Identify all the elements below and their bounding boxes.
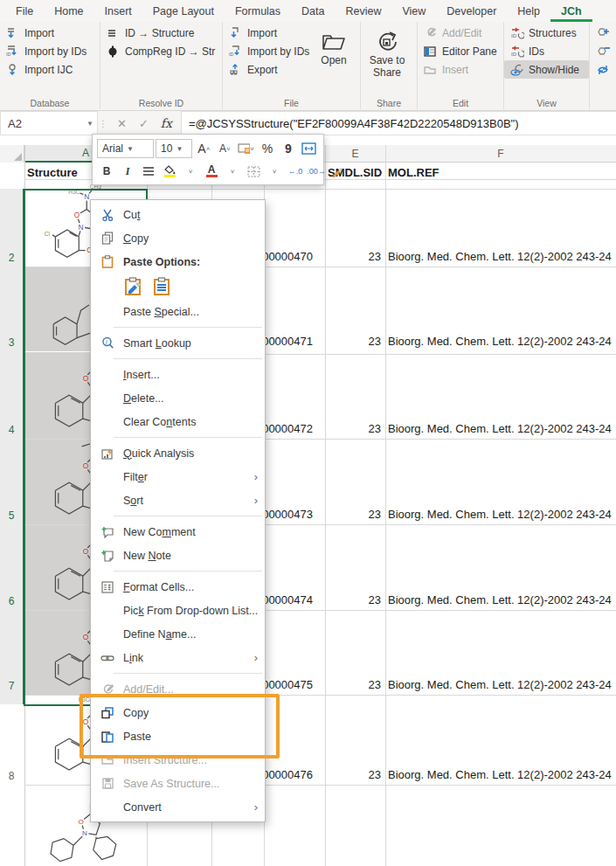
cell-d8[interactable]: -00000476	[264, 695, 325, 784]
menu-item-convert[interactable]: Convert›	[91, 795, 265, 819]
chevron-down-icon[interactable]: ˅	[265, 162, 284, 181]
chevron-down-icon[interactable]: ˅	[223, 162, 242, 181]
italic-button[interactable]: I	[118, 162, 137, 181]
cell-e9[interactable]	[325, 785, 385, 865]
merge-center-button[interactable]	[300, 139, 319, 158]
refresh-structures-button[interactable]	[590, 60, 616, 79]
menu-item-insert-structure[interactable]: Insert Structure...	[91, 748, 265, 772]
id-to-structure-button[interactable]: ID → Structure	[100, 24, 222, 42]
cell-f6[interactable]: Bioorg. Med. Chem. Lett. 12(2)-2002 243-…	[385, 524, 616, 609]
tab-data[interactable]: Data	[291, 2, 335, 22]
formula-bar-splitter[interactable]: ⋮	[98, 111, 108, 135]
cancel-button[interactable]: ✕	[117, 117, 127, 130]
editor-pane-button[interactable]: Editor Pane	[418, 42, 503, 60]
name-box[interactable]: A2 ▼	[0, 111, 98, 135]
row-header-8[interactable]: 8	[0, 695, 23, 785]
row-header-3[interactable]: 3	[0, 267, 23, 351]
tab-developer[interactable]: Developer	[436, 2, 507, 22]
column-header-e[interactable]: E	[325, 145, 385, 163]
cell-d2[interactable]: -00000470	[264, 179, 325, 266]
row-header-6[interactable]: 6	[0, 524, 23, 610]
menu-item-add-edit[interactable]: Add/Edit...	[91, 677, 265, 701]
tab-jchem[interactable]: JCh	[550, 2, 592, 22]
chevron-down-icon[interactable]: ˅	[181, 162, 200, 181]
open-button[interactable]: Open	[310, 24, 357, 79]
cell-e6[interactable]: 23	[325, 524, 385, 609]
font-name-select[interactable]: Arial▼	[97, 139, 154, 158]
column-header-f[interactable]: F	[385, 145, 616, 163]
paste-values-icon[interactable]	[151, 276, 172, 297]
add-structure-button[interactable]	[590, 24, 616, 42]
borders-button[interactable]	[244, 162, 263, 181]
font-color-button[interactable]: A	[202, 162, 221, 181]
cell-d5[interactable]: -00000473	[264, 439, 325, 523]
menu-item-paste-special[interactable]: Paste Special...	[91, 300, 265, 323]
grow-font-button[interactable]: A˄	[194, 139, 213, 158]
add-edit-button[interactable]: Add/Edit	[418, 24, 503, 42]
cell-f7[interactable]: Bioorg. Med. Chem. Lett. 12(2)-2002 243-…	[385, 610, 616, 694]
select-all-corner[interactable]	[0, 145, 24, 163]
menu-item-insert[interactable]: Insert...	[91, 363, 265, 386]
import-ijc-button[interactable]: Import IJC	[0, 60, 100, 79]
structures-button[interactable]: ID Structures	[504, 24, 589, 42]
export-button[interactable]: Export	[223, 60, 310, 79]
cell-e7[interactable]: 23	[325, 610, 385, 694]
row-header-7[interactable]: 7	[0, 610, 23, 695]
menu-item-paste-options[interactable]: Paste Options:	[91, 250, 265, 274]
menu-item-define-name[interactable]: Define Name...	[91, 622, 265, 646]
tab-view[interactable]: View	[391, 2, 436, 22]
menu-item-clear-contents[interactable]: Clear Contents	[91, 410, 265, 433]
font-size-select[interactable]: 10▼	[156, 139, 192, 158]
borders-lines-icon[interactable]	[139, 162, 158, 181]
tab-review[interactable]: Review	[335, 2, 391, 22]
menu-item-smart-lookup[interactable]: iSmart Lookup	[91, 331, 265, 355]
ids-button[interactable]: ID IDs	[504, 42, 589, 60]
tab-file[interactable]: File	[5, 2, 44, 22]
import-file-button[interactable]: Import	[223, 24, 310, 42]
tab-home[interactable]: Home	[44, 2, 93, 22]
cell-f9[interactable]	[385, 785, 616, 865]
cell-f8[interactable]: Bioorg. Med. Chem. Lett. 12(2)-2002 243-…	[385, 695, 616, 784]
menu-item-jchem-copy[interactable]: Copy	[91, 701, 265, 724]
menu-item-link[interactable]: Link›	[91, 646, 265, 669]
cell-e4[interactable]: 23	[325, 351, 385, 438]
cell-d6[interactable]: -00000474	[264, 524, 325, 609]
menu-item-sort[interactable]: Sort›	[91, 488, 265, 512]
row-header-4[interactable]: 4	[0, 351, 23, 439]
paste-keep-formatting-icon[interactable]	[123, 276, 144, 297]
menu-item-pick-from-dropdown-list[interactable]: Pick From Drop-down List...	[91, 599, 265, 622]
import-database-button[interactable]: Import	[0, 24, 100, 42]
menu-item-new-comment[interactable]: New Comment	[91, 520, 265, 544]
comma-style-button[interactable]: 9	[279, 139, 298, 158]
cell-e3[interactable]: 23	[325, 267, 385, 350]
name-box-dropdown-icon[interactable]: ▼	[87, 120, 93, 128]
import-by-ids-database-button[interactable]: ID Import by IDs	[0, 42, 100, 60]
fill-color-button[interactable]	[160, 162, 179, 181]
enter-button[interactable]: ✓	[139, 117, 149, 130]
cell-d7[interactable]: -00000475	[264, 610, 325, 694]
cell-f5[interactable]: Bioorg. Med. Chem. Lett. 12(2)-2002 243-…	[385, 439, 616, 523]
compreg-id-to-str-button[interactable]: CompReg ID → Str	[100, 42, 222, 60]
menu-item-save-as-structure[interactable]: Save As Structure...	[91, 772, 265, 795]
menu-item-quick-analysis[interactable]: Quick Analysis	[91, 441, 265, 465]
cell-f3[interactable]: Bioorg. Med. Chem. Lett. 12(2)-2002 243-…	[385, 267, 616, 350]
menu-item-format-cells[interactable]: Format Cells...	[91, 575, 265, 599]
cell-e2[interactable]: 23	[325, 179, 385, 266]
cell-d4[interactable]: -00000472	[264, 351, 325, 438]
insert-button[interactable]: Insert	[418, 60, 503, 79]
menu-item-filter[interactable]: Filter›	[91, 465, 265, 488]
menu-item-delete[interactable]: Delete...	[91, 386, 265, 410]
cell-f2[interactable]: Bioorg. Med. Chem. Lett. 12(2)-2002 243-…	[385, 179, 616, 266]
cell-f1[interactable]: MOL.REF	[385, 163, 616, 179]
format-painter-button[interactable]	[328, 162, 347, 181]
tab-insert[interactable]: Insert	[94, 2, 142, 22]
tab-help[interactable]: Help	[507, 2, 550, 22]
show-hide-button[interactable]: Show/Hide	[504, 60, 589, 79]
increase-decimal-button[interactable]: ←.0	[286, 162, 305, 181]
shrink-font-button[interactable]: A˅	[215, 139, 234, 158]
tab-formulas[interactable]: Formulas	[225, 2, 291, 22]
cell-f4[interactable]: Bioorg. Med. Chem. Lett. 12(2)-2002 243-…	[385, 351, 616, 438]
save-to-share-button[interactable]: Save to Share	[361, 24, 413, 80]
format-as-table-button[interactable]: ˅	[236, 139, 256, 158]
percent-style-button[interactable]: %	[258, 139, 277, 158]
